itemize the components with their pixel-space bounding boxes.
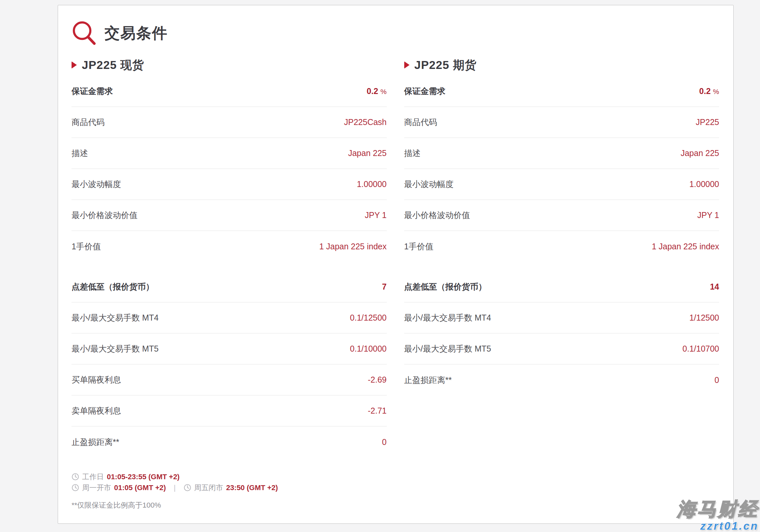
row-value: 1 Japan 225 index [319,242,386,251]
row-label: 描述 [71,148,88,159]
separator: | [174,484,176,492]
friday-close-label: 周五闭市 [194,483,223,493]
row-value: 0.2% [367,86,386,96]
row-label: 最小/最大交易手数 MT4 [404,312,491,323]
row-label: 最小波动幅度 [404,179,454,190]
row-value: Japan 225 [348,148,387,158]
margin-footnote: **仅限保证金比例高于100% [71,500,387,510]
table-row: 保证金需求 0.2% [404,76,719,107]
table-row: 1手价值 1 Japan 225 index [71,231,387,262]
table-row: 点差低至（报价货币） 14 [404,271,719,303]
futures-table: JP225 期货 保证金需求 0.2% 商品代码 JP225 描述 Japan … [404,57,719,510]
page-header: 交易条件 [71,21,719,46]
triangle-icon [71,61,77,69]
table-row: 最小/最大交易手数 MT5 0.1/10700 [404,333,719,364]
spot-table: JP225 现货 保证金需求 0.2% 商品代码 JP225Cash 描述 Ja… [71,57,387,510]
row-label: 保证金需求 [404,86,446,97]
table-row: 描述 Japan 225 [71,138,387,169]
table-group: 点差低至（报价货币） 14 最小/最大交易手数 MT4 1/12500 最小/最… [404,271,719,396]
row-value: 0 [382,437,387,447]
workday-label: 工作日 [82,472,104,482]
table-row: 最小价格波动价值 JPY 1 [71,200,387,231]
row-label: 卖单隔夜利息 [71,405,121,416]
table-group: 保证金需求 0.2% 商品代码 JP225 描述 Japan 225 最小波动幅… [404,76,719,262]
row-label: 最小价格波动价值 [404,210,470,221]
row-label: 描述 [404,148,421,159]
section-title-futures: JP225 期货 [404,57,719,73]
row-value: 14 [710,282,719,292]
row-value: 0 [715,375,719,385]
row-label: 点差低至（报价货币） [404,281,487,292]
search-icon [71,21,97,46]
row-label: 止盈损距离** [404,375,452,386]
monday-open-time: 01:05 (GMT +2) [114,484,166,492]
row-label: 最小/最大交易手数 MT5 [404,343,491,354]
row-label: 最小/最大交易手数 MT4 [71,312,159,323]
workday-hours-line: 工作日 01:05-23:55 (GMT +2) [71,471,387,482]
row-label: 1手价值 [71,241,101,252]
table-row: 最小价格波动价值 JPY 1 [404,200,719,231]
row-value: 0.1/10700 [683,344,719,354]
table-row: 描述 Japan 225 [404,138,719,169]
tables-container: JP225 现货 保证金需求 0.2% 商品代码 JP225Cash 描述 Ja… [71,57,719,510]
row-label: 最小/最大交易手数 MT5 [71,343,159,354]
row-value: 1.00000 [689,179,719,189]
monday-open-label: 周一开市 [82,483,111,493]
table-row: 1手价值 1 Japan 225 index [404,231,719,262]
row-value: JPY 1 [365,211,386,220]
row-value: -2.69 [368,375,387,385]
table-row: 最小/最大交易手数 MT4 0.1/12500 [71,303,387,333]
clock-icon [71,473,79,481]
row-value: Japan 225 [681,148,719,158]
row-label: 商品代码 [404,117,437,128]
row-value: 1.00000 [357,179,386,189]
table-row: 止盈损距离** 0 [71,426,387,458]
table-group: 点差低至（报价货币） 7 最小/最大交易手数 MT4 0.1/12500 最小/… [71,271,387,458]
row-value: 0.2% [699,86,719,96]
table-row: 点差低至（报价货币） 7 [71,271,387,303]
row-value: 7 [382,282,387,292]
trading-hours: 工作日 01:05-23:55 (GMT +2) 周一开市 01:05 (GMT… [71,471,387,493]
table-row: 保证金需求 0.2% [71,76,387,107]
row-label: 买单隔夜利息 [71,374,121,385]
table-row: 最小波动幅度 1.00000 [71,169,387,200]
row-value: -2.71 [368,406,387,415]
clock-icon [71,484,79,491]
row-value: 1 Japan 225 index [652,242,719,251]
row-value: JP225Cash [344,118,386,127]
open-close-line: 周一开市 01:05 (GMT +2) | 周五闭市 23:50 (GMT +2… [71,482,387,493]
table-row: 最小波动幅度 1.00000 [404,169,719,200]
table-row: 止盈损距离** 0 [404,364,719,396]
row-label: 1手价值 [404,241,434,252]
row-value: JPY 1 [697,211,719,220]
friday-close-time: 23:50 (GMT +2) [226,484,278,492]
section-title-spot: JP225 现货 [71,57,387,73]
row-label: 最小波动幅度 [71,179,121,190]
row-label: 点差低至（报价货币） [71,281,154,292]
row-label: 保证金需求 [71,86,113,97]
row-value: 1/12500 [689,313,719,322]
row-value: 0.1/12500 [350,313,386,322]
table-row: 商品代码 JP225Cash [71,107,387,138]
table-row: 商品代码 JP225 [404,107,719,138]
workday-time: 01:05-23:55 (GMT +2) [107,473,180,481]
table-row: 卖单隔夜利息 -2.71 [71,396,387,426]
triangle-icon [404,61,409,69]
table-row: 买单隔夜利息 -2.69 [71,364,387,396]
clock-icon [184,484,191,491]
row-label: 止盈损距离** [71,437,119,448]
row-value: 0.1/10000 [350,344,386,354]
table-group: 保证金需求 0.2% 商品代码 JP225Cash 描述 Japan 225 最… [71,76,387,262]
trading-conditions-card: 交易条件 JP225 现货 保证金需求 0.2% 商品代码 JP225Cash … [58,5,734,524]
page-title: 交易条件 [105,23,168,44]
table-row: 最小/最大交易手数 MT4 1/12500 [404,303,719,333]
table-row: 最小/最大交易手数 MT5 0.1/10000 [71,333,387,364]
row-label: 最小价格波动价值 [71,210,137,221]
section-title-text: JP225 期货 [414,57,477,73]
section-title-text: JP225 现货 [82,57,144,73]
row-label: 商品代码 [71,117,105,128]
row-value: JP225 [696,118,719,127]
